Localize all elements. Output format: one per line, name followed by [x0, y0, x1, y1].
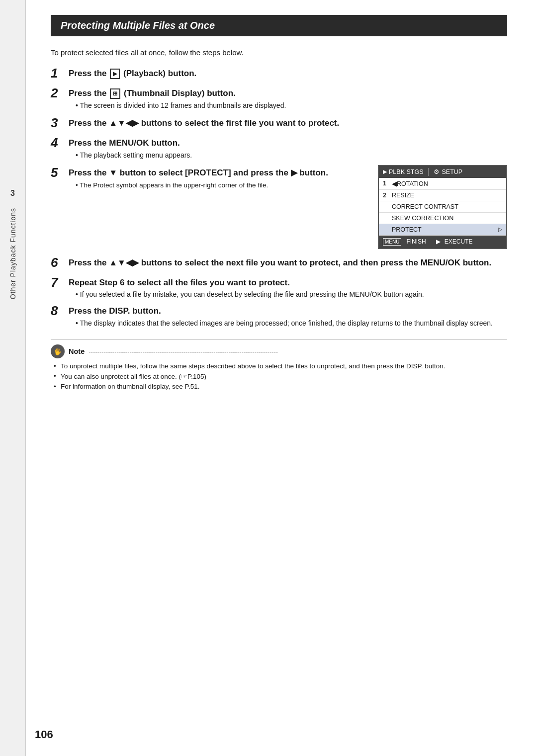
note-item-1: To unprotect multiple files, follow the …	[51, 362, 507, 370]
menu-row-4-label: SKEW CORRECTION	[392, 215, 502, 222]
step-4: 4 Press the MENU/OK button. The playback…	[51, 137, 507, 159]
playback-button-icon: ▶	[110, 69, 120, 79]
menu-plbk-label: PLBK STGS	[389, 168, 423, 175]
step-6-title: Press the ▲▼◀▶ buttons to select the nex…	[69, 257, 507, 269]
step-6: 6 Press the ▲▼◀▶ buttons to select the n…	[51, 257, 507, 269]
menu-row-1-num: 1	[383, 180, 392, 187]
step-2-sub: The screen is divided into 12 frames and…	[69, 101, 507, 109]
step-8: 8 Press the DISP. button. The display in…	[51, 305, 507, 327]
menu-screenshot: ▶ PLBK STGS ⚙ SETUP 1 ◀ROTATION 2	[378, 165, 507, 249]
step-1: 1 Press the ▶ (Playback) button.	[51, 68, 507, 80]
step-3: 3 Press the ▲▼◀▶ buttons to select the f…	[51, 117, 507, 129]
section-title: Protecting Multiple Files at Once	[61, 20, 215, 31]
note-section: 🖐 Note ---------------------------------…	[51, 339, 507, 390]
menu-row-2-label: RESIZE	[392, 192, 502, 199]
menu-row-3: CORRECT CONTRAST	[379, 201, 506, 213]
menu-row-2: 2 RESIZE	[379, 190, 506, 201]
step-2-title: Press the ⊞ (Thumbnail Display) button.	[69, 87, 507, 99]
step-8-number: 8	[51, 304, 67, 317]
menu-row-1: 1 ◀ROTATION	[379, 178, 506, 190]
menu-finish-label: FINISH	[406, 238, 426, 245]
step-1-title: Press the ▶ (Playback) button.	[69, 68, 507, 80]
step-6-content: Press the ▲▼◀▶ buttons to select the nex…	[69, 257, 507, 269]
main-content: Protecting Multiple Files at Once To pro…	[26, 0, 537, 413]
step-2: 2 Press the ⊞ (Thumbnail Display) button…	[51, 87, 507, 109]
intro-text: To protect selected files all at once, f…	[51, 48, 507, 57]
menu-row-3-label: CORRECT CONTRAST	[392, 203, 502, 210]
step-8-sub: The display indicates that the selected …	[69, 319, 507, 327]
step-7-title: Repeat Step 6 to select all the files yo…	[69, 277, 507, 289]
menu-row-4: SKEW CORRECTION	[379, 213, 506, 224]
note-label: Note	[69, 347, 85, 355]
step-5-sub: The Protect symbol appears in the upper-…	[69, 181, 368, 189]
menu-setup-icon: ⚙	[434, 168, 440, 175]
menu-row-2-num: 2	[383, 192, 392, 199]
step-1-number: 1	[51, 67, 67, 80]
step-5-number: 5	[51, 166, 67, 179]
step-7-number: 7	[51, 276, 67, 289]
step-1-content: Press the ▶ (Playback) button.	[69, 68, 507, 80]
step-3-title: Press the ▲▼◀▶ buttons to select the fir…	[69, 117, 507, 129]
step-3-number: 3	[51, 116, 67, 129]
menu-row-1-label: ◀ROTATION	[392, 180, 502, 187]
step-4-title: Press the MENU/OK button.	[69, 137, 507, 149]
menu-row-5: PROTECT ▷	[379, 224, 506, 236]
step-6-number: 6	[51, 256, 67, 269]
sidebar-chapter-number: 3	[10, 189, 15, 198]
menu-execute-arrow: ▶	[436, 238, 441, 245]
step-7-sub: If you selected a file by mistake, you c…	[69, 290, 507, 298]
thumbnail-button-icon: ⊞	[110, 88, 120, 99]
step-7-content: Repeat Step 6 to select all the files yo…	[69, 277, 507, 299]
arrow-keys-icon: ▲▼◀▶	[109, 118, 139, 128]
page-number: 106	[35, 728, 53, 741]
menu-row-5-arrow: ▷	[498, 226, 502, 233]
sidebar: 3 Other Playback Functions	[0, 0, 26, 756]
step-7: 7 Repeat Step 6 to select all the files …	[51, 277, 507, 299]
menu-top-bar: ▶ PLBK STGS ⚙ SETUP	[379, 166, 506, 178]
menu-setup-label: SETUP	[442, 168, 462, 175]
step-4-content: Press the MENU/OK button. The playback s…	[69, 137, 507, 159]
step-5-content: Press the ▼ button to select [PROTECT] a…	[69, 167, 507, 249]
step-5: 5 Press the ▼ button to select [PROTECT]…	[51, 167, 507, 249]
step-5-row: Press the ▼ button to select [PROTECT] a…	[69, 167, 507, 249]
step-3-content: Press the ▲▼◀▶ buttons to select the fir…	[69, 117, 507, 129]
step-5-title: Press the ▼ button to select [PROTECT] a…	[69, 167, 368, 179]
step-8-title: Press the DISP. button.	[69, 305, 507, 317]
menu-bottom-bar: MENU FINISH ▶ EXECUTE	[379, 236, 506, 248]
menu-execute-label: EXECUTE	[445, 238, 473, 245]
menu-top-divider	[428, 168, 429, 176]
section-header: Protecting Multiple Files at Once	[51, 15, 507, 36]
note-dashes: ----------------------------------------…	[89, 348, 507, 355]
step-4-number: 4	[51, 136, 67, 149]
step-5-text: Press the ▼ button to select [PROTECT] a…	[69, 167, 368, 189]
step-4-sub: The playback setting menu appears.	[69, 151, 507, 159]
note-item-2: You can also unprotect all files at once…	[51, 372, 507, 380]
step-6-arrow-keys: ▲▼◀▶	[109, 258, 139, 267]
step-2-content: Press the ⊞ (Thumbnail Display) button. …	[69, 87, 507, 109]
page: 3 Other Playback Functions Protecting Mu…	[0, 0, 537, 756]
note-icon: 🖐	[51, 344, 65, 358]
menu-menu-icon: MENU	[383, 238, 401, 246]
menu-row-5-label: PROTECT	[392, 226, 498, 233]
step-8-content: Press the DISP. button. The display indi…	[69, 305, 507, 327]
step-2-number: 2	[51, 86, 67, 99]
note-item-3: For information on thumbnail display, se…	[51, 383, 507, 390]
note-header: 🖐 Note ---------------------------------…	[51, 344, 507, 358]
sidebar-chapter-label: Other Playback Functions	[9, 208, 17, 299]
menu-play-icon: ▶	[383, 168, 387, 175]
